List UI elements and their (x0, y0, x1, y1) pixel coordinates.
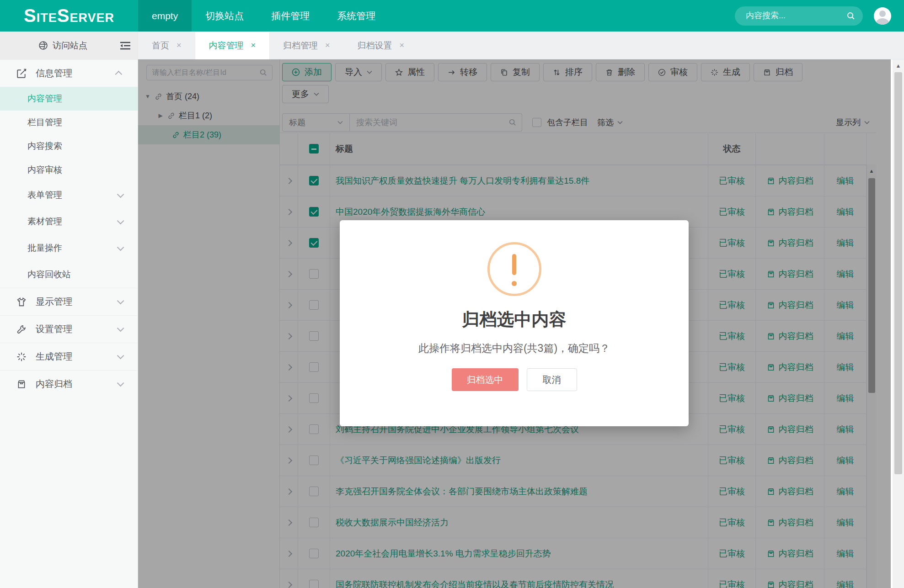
chevron-down-icon (117, 325, 124, 332)
sidebar-item-form-mgmt[interactable]: 表单管理 (0, 182, 138, 208)
globe-icon (38, 41, 48, 50)
warning-exclamation-icon (487, 242, 541, 296)
sidebar-section-settings[interactable]: 设置管理 (0, 315, 138, 343)
chevron-down-icon (117, 297, 124, 305)
scrollbar-thumb[interactable] (894, 72, 902, 474)
tab-archive-settings[interactable]: 归档设置 × (344, 32, 418, 59)
content-area: ▼ 首页 (24) ▶ 栏目1 (2) (138, 59, 891, 588)
sidebar-section-display[interactable]: 显示管理 (0, 288, 138, 315)
sidebar-item-content-search[interactable]: 内容搜索 (0, 134, 138, 158)
sidebar-item-batch-ops[interactable]: 批量操作 (0, 235, 138, 261)
nav-item-switch-site[interactable]: 切换站点 (192, 0, 257, 32)
tab-home[interactable]: 首页 × (138, 32, 195, 59)
sidebar-item-recycle-bin[interactable]: 内容回收站 (0, 261, 138, 288)
chevron-down-icon (117, 352, 124, 360)
chevron-down-icon (117, 380, 124, 387)
chevron-down-icon (117, 191, 124, 198)
archive-confirm-dialog: 归档选中内容 此操作将归档选中内容(共3篇)，确定吗？ 归档选中 取消 (340, 220, 689, 426)
wrench-icon (16, 324, 27, 334)
close-icon[interactable]: × (177, 41, 182, 50)
archive-confirm-button[interactable]: 归档选中 (452, 368, 519, 391)
sidebar: 访问站点 信息管理 内容管理 栏目管理 内容搜索 内容审核 表单管理 素材管理 … (0, 32, 138, 588)
tab-archive-mgmt[interactable]: 归档管理 × (269, 32, 344, 59)
collapse-sidebar-icon[interactable] (119, 41, 131, 50)
sidebar-item-channel-mgmt[interactable]: 栏目管理 (0, 111, 138, 134)
chevron-down-icon (117, 244, 124, 251)
chevron-up-icon (115, 71, 123, 78)
tab-content-mgmt[interactable]: 内容管理 × (195, 32, 270, 59)
content-search (735, 6, 863, 26)
close-icon[interactable]: × (400, 41, 405, 50)
sidebar-item-content-review[interactable]: 内容审核 (0, 158, 138, 182)
content-search-input[interactable] (735, 6, 863, 26)
chevron-down-icon (117, 217, 124, 224)
sidebar-section-archive[interactable]: 内容归档 (0, 370, 138, 397)
nav-item-plugins[interactable]: 插件管理 (257, 0, 323, 32)
close-icon[interactable]: × (251, 41, 256, 50)
sidebar-item-content-mgmt[interactable]: 内容管理 (0, 87, 138, 111)
close-icon[interactable]: × (325, 41, 330, 50)
sidebar-header: 访问站点 (0, 32, 138, 59)
dialog-buttons: 归档选中 取消 (340, 368, 689, 391)
search-icon[interactable] (846, 11, 856, 21)
sidebar-item-material-mgmt[interactable]: 素材管理 (0, 208, 138, 235)
edit-square-icon (16, 69, 27, 79)
top-navbar: SITESERVER empty 切换站点 插件管理 系统管理 (0, 0, 904, 32)
app-root: SITESERVER empty 切换站点 插件管理 系统管理 访问站点 (0, 0, 904, 588)
sidebar-section-generate[interactable]: 生成管理 (0, 343, 138, 370)
visit-site-link[interactable]: 访问站点 (53, 40, 87, 52)
window-scrollbar[interactable]: ▲ (893, 59, 904, 588)
user-avatar[interactable] (874, 7, 891, 25)
dialog-title: 归档选中内容 (340, 308, 689, 331)
avatar-person-icon (879, 11, 886, 17)
tshirt-icon (16, 297, 27, 307)
sidebar-section-info[interactable]: 信息管理 (0, 59, 138, 87)
archive-box-icon (16, 379, 27, 389)
scroll-up-icon[interactable]: ▲ (893, 59, 904, 69)
siteserver-logo[interactable]: SITESERVER (0, 5, 138, 26)
sparkle-icon (16, 352, 27, 362)
dialog-message: 此操作将归档选中内容(共3篇)，确定吗？ (340, 341, 689, 355)
nav-item-system[interactable]: 系统管理 (323, 0, 389, 32)
cancel-button[interactable]: 取消 (527, 368, 577, 391)
tab-bar: 首页 × 内容管理 × 归档管理 × 归档设置 × (138, 32, 904, 59)
nav-item-site[interactable]: empty (138, 0, 192, 32)
